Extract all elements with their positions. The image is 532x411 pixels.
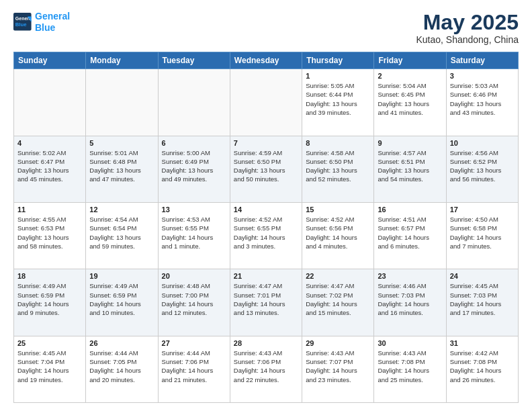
col-wednesday: Wednesday	[230, 52, 302, 69]
day-info: Sunrise: 5:05 AMSunset: 6:44 PMDaylight:…	[306, 81, 370, 117]
day-number: 6	[162, 139, 226, 147]
logo: General Blue General Blue	[13, 11, 70, 34]
day-number: 8	[306, 139, 370, 147]
day-number: 4	[17, 139, 82, 147]
day-info: Sunrise: 4:44 AMSunset: 7:05 PMDaylight:…	[89, 349, 154, 384]
table-row: 17Sunrise: 4:50 AMSunset: 6:58 PMDayligh…	[446, 202, 518, 269]
day-number: 1	[306, 72, 370, 80]
day-info: Sunrise: 4:58 AMSunset: 6:50 PMDaylight:…	[306, 148, 370, 184]
table-row: 26Sunrise: 4:44 AMSunset: 7:05 PMDayligh…	[86, 336, 158, 402]
table-row	[86, 69, 158, 136]
calendar-week-row: 1Sunrise: 5:05 AMSunset: 6:44 PMDaylight…	[14, 69, 519, 136]
table-row: 15Sunrise: 4:52 AMSunset: 6:56 PMDayligh…	[302, 202, 374, 269]
calendar: Sunday Monday Tuesday Wednesday Thursday…	[13, 52, 519, 403]
day-info: Sunrise: 4:44 AMSunset: 7:06 PMDaylight:…	[162, 349, 226, 384]
day-info: Sunrise: 5:00 AMSunset: 6:49 PMDaylight:…	[162, 148, 226, 184]
day-number: 28	[234, 339, 298, 347]
calendar-week-row: 25Sunrise: 4:45 AMSunset: 7:04 PMDayligh…	[14, 336, 519, 402]
svg-text:Blue: Blue	[15, 21, 27, 27]
table-row: 4Sunrise: 5:02 AMSunset: 6:47 PMDaylight…	[14, 136, 86, 202]
table-row: 25Sunrise: 4:45 AMSunset: 7:04 PMDayligh…	[14, 336, 86, 402]
table-row: 18Sunrise: 4:49 AMSunset: 6:59 PMDayligh…	[14, 269, 86, 336]
day-number: 19	[89, 272, 154, 280]
day-number: 25	[17, 339, 82, 347]
table-row: 6Sunrise: 5:00 AMSunset: 6:49 PMDaylight…	[158, 136, 230, 202]
day-info: Sunrise: 4:43 AMSunset: 7:06 PMDaylight:…	[234, 349, 298, 384]
day-number: 10	[450, 139, 515, 147]
day-number: 22	[306, 272, 370, 280]
table-row: 28Sunrise: 4:43 AMSunset: 7:06 PMDayligh…	[230, 336, 302, 402]
day-info: Sunrise: 4:52 AMSunset: 6:56 PMDaylight:…	[306, 215, 370, 250]
table-row: 3Sunrise: 5:03 AMSunset: 6:46 PMDaylight…	[446, 69, 518, 136]
day-number: 17	[450, 205, 515, 214]
day-info: Sunrise: 4:52 AMSunset: 6:55 PMDaylight:…	[234, 215, 298, 250]
day-number: 14	[234, 205, 298, 214]
day-info: Sunrise: 5:02 AMSunset: 6:47 PMDaylight:…	[17, 148, 82, 184]
col-thursday: Thursday	[302, 52, 374, 69]
day-info: Sunrise: 4:54 AMSunset: 6:54 PMDaylight:…	[89, 215, 154, 250]
table-row	[14, 69, 86, 136]
location: Kutao, Shandong, China	[416, 34, 519, 45]
table-row: 19Sunrise: 4:49 AMSunset: 6:59 PMDayligh…	[86, 269, 158, 336]
day-info: Sunrise: 4:59 AMSunset: 6:50 PMDaylight:…	[234, 148, 298, 184]
day-info: Sunrise: 4:50 AMSunset: 6:58 PMDaylight:…	[450, 215, 515, 250]
col-tuesday: Tuesday	[158, 52, 230, 69]
table-row: 24Sunrise: 4:45 AMSunset: 7:03 PMDayligh…	[446, 269, 518, 336]
day-number: 13	[162, 205, 226, 214]
table-row: 20Sunrise: 4:48 AMSunset: 7:00 PMDayligh…	[158, 269, 230, 336]
calendar-week-row: 18Sunrise: 4:49 AMSunset: 6:59 PMDayligh…	[14, 269, 519, 336]
day-number: 11	[17, 205, 82, 214]
day-info: Sunrise: 4:49 AMSunset: 6:59 PMDaylight:…	[89, 281, 154, 317]
day-info: Sunrise: 5:01 AMSunset: 6:48 PMDaylight:…	[89, 148, 154, 184]
calendar-header-row: Sunday Monday Tuesday Wednesday Thursday…	[14, 52, 519, 69]
month-year: May 2025	[416, 11, 519, 34]
day-info: Sunrise: 4:43 AMSunset: 7:08 PMDaylight:…	[378, 349, 442, 384]
day-info: Sunrise: 4:48 AMSunset: 7:00 PMDaylight:…	[162, 281, 226, 317]
col-sunday: Sunday	[14, 52, 86, 69]
table-row: 22Sunrise: 4:47 AMSunset: 7:02 PMDayligh…	[302, 269, 374, 336]
day-info: Sunrise: 4:49 AMSunset: 6:59 PMDaylight:…	[17, 281, 82, 317]
day-info: Sunrise: 4:57 AMSunset: 6:51 PMDaylight:…	[378, 148, 442, 184]
table-row: 21Sunrise: 4:47 AMSunset: 7:01 PMDayligh…	[230, 269, 302, 336]
table-row: 2Sunrise: 5:04 AMSunset: 6:45 PMDaylight…	[374, 69, 446, 136]
day-number: 27	[162, 339, 226, 347]
table-row: 9Sunrise: 4:57 AMSunset: 6:51 PMDaylight…	[374, 136, 446, 202]
day-info: Sunrise: 4:47 AMSunset: 7:01 PMDaylight:…	[234, 281, 298, 317]
day-number: 2	[378, 72, 442, 80]
day-number: 18	[17, 272, 82, 280]
day-info: Sunrise: 4:55 AMSunset: 6:53 PMDaylight:…	[17, 215, 82, 250]
table-row: 29Sunrise: 4:43 AMSunset: 7:07 PMDayligh…	[302, 336, 374, 402]
table-row: 23Sunrise: 4:46 AMSunset: 7:03 PMDayligh…	[374, 269, 446, 336]
day-info: Sunrise: 4:56 AMSunset: 6:52 PMDaylight:…	[450, 148, 515, 184]
day-number: 31	[450, 339, 515, 347]
table-row	[158, 69, 230, 136]
table-row	[230, 69, 302, 136]
logo-text: General Blue	[35, 11, 70, 34]
day-info: Sunrise: 5:04 AMSunset: 6:45 PMDaylight:…	[378, 81, 442, 117]
table-row: 16Sunrise: 4:51 AMSunset: 6:57 PMDayligh…	[374, 202, 446, 269]
day-number: 15	[306, 205, 370, 214]
day-number: 5	[89, 139, 154, 147]
day-number: 24	[450, 272, 515, 280]
table-row: 5Sunrise: 5:01 AMSunset: 6:48 PMDaylight…	[86, 136, 158, 202]
table-row: 31Sunrise: 4:42 AMSunset: 7:08 PMDayligh…	[446, 336, 518, 402]
day-number: 20	[162, 272, 226, 280]
day-number: 21	[234, 272, 298, 280]
day-info: Sunrise: 4:43 AMSunset: 7:07 PMDaylight:…	[306, 349, 370, 384]
table-row: 13Sunrise: 4:53 AMSunset: 6:55 PMDayligh…	[158, 202, 230, 269]
day-number: 9	[378, 139, 442, 147]
header: General Blue General Blue May 2025 Kutao…	[13, 11, 519, 45]
day-info: Sunrise: 4:45 AMSunset: 7:04 PMDaylight:…	[17, 349, 82, 384]
day-info: Sunrise: 5:03 AMSunset: 6:46 PMDaylight:…	[450, 81, 515, 117]
day-number: 7	[234, 139, 298, 147]
table-row: 10Sunrise: 4:56 AMSunset: 6:52 PMDayligh…	[446, 136, 518, 202]
col-saturday: Saturday	[446, 52, 518, 69]
day-info: Sunrise: 4:47 AMSunset: 7:02 PMDaylight:…	[306, 281, 370, 317]
logo-icon: General Blue	[13, 13, 32, 32]
page: General Blue General Blue May 2025 Kutao…	[0, 0, 532, 411]
day-info: Sunrise: 4:53 AMSunset: 6:55 PMDaylight:…	[162, 215, 226, 250]
title-section: May 2025 Kutao, Shandong, China	[416, 11, 519, 45]
table-row: 1Sunrise: 5:05 AMSunset: 6:44 PMDaylight…	[302, 69, 374, 136]
day-number: 3	[450, 72, 515, 80]
day-number: 16	[378, 205, 442, 214]
